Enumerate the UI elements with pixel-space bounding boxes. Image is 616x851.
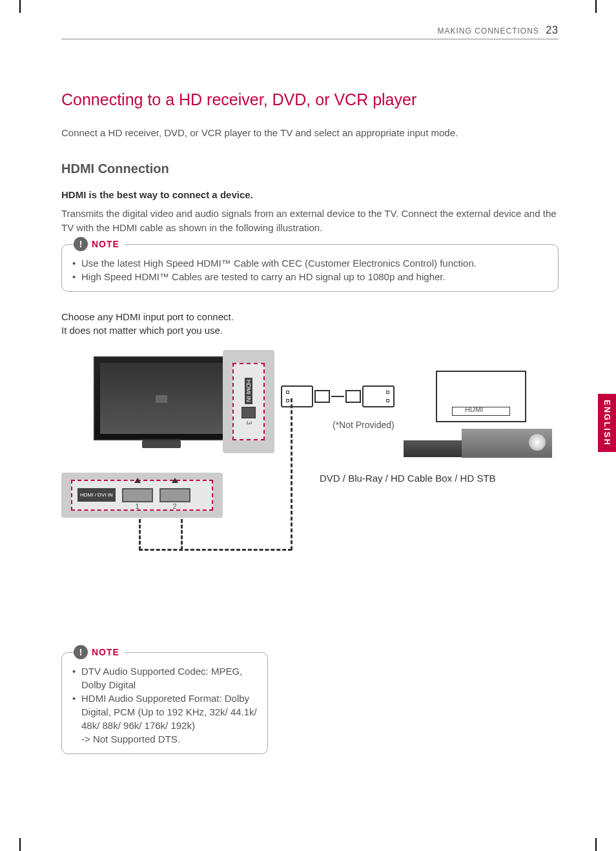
hdmi-port-icon: 1: [122, 488, 153, 502]
language-tab: ENGLISH: [598, 394, 616, 452]
emphasis-line: HDMI is the best way to connect a device…: [61, 189, 559, 200]
hdmi-port-icon: [241, 407, 256, 418]
header-rule: [61, 39, 559, 58]
dashed-line: [291, 398, 293, 550]
note-label: NOTE: [92, 647, 119, 657]
not-provided-label: (*Not Provided): [333, 420, 395, 430]
note-box-1: ! NOTE Use the latest High Speed HDMI™ C…: [61, 244, 559, 292]
note-label: NOTE: [92, 239, 119, 249]
note-icon: !: [74, 645, 88, 659]
page-content: MAKING CONNECTIONS 23 Connecting to a HD…: [61, 39, 559, 569]
device-caption: DVD / Blu-Ray / HD Cable Box / HD STB: [320, 473, 496, 484]
section-name: MAKING CONNECTIONS: [438, 26, 539, 36]
port-number-1: 1: [136, 502, 139, 510]
hdmi-port-icon: 2: [159, 488, 190, 502]
instruction-line: Choose any HDMI input port to connect.: [61, 311, 234, 322]
instruction-line: It does not matter which port you use.: [61, 325, 223, 336]
note-box-2: ! NOTE DTV Audio Supported Codec: MPEG, …: [61, 652, 268, 754]
hdmi-in-label: HDMI IN: [245, 378, 252, 404]
running-header: MAKING CONNECTIONS 23: [438, 25, 559, 36]
note-item: Use the latest High Speed HDMI™ Cable wi…: [72, 256, 548, 270]
subheading: HDMI Connection: [61, 161, 559, 176]
hdmi-dvi-label: HDMI / DVI IN: [77, 488, 116, 502]
instruction-text: Choose any HDMI input port to connect. I…: [61, 310, 559, 337]
bottom-port-zoom: HDMI / DVI IN 1 2: [61, 473, 223, 518]
hdmi-cable-illustration: [281, 385, 395, 407]
note-item: DTV Audio Supported Codec: MPEG, Dolby D…: [72, 664, 257, 692]
port-number-2: 2: [173, 502, 177, 510]
port-number-3: 3: [245, 421, 252, 425]
dvd-player-illustration: [462, 429, 552, 458]
dashed-line: [181, 519, 183, 550]
body-paragraph: Transmits the digital video and audio si…: [61, 207, 559, 235]
intro-text: Connect a HD receiver, DVD, or VCR playe…: [61, 127, 559, 138]
dashed-line: [139, 519, 141, 550]
tv-illustration: [94, 356, 229, 440]
dashed-line: [139, 549, 292, 551]
device-hdmi-label: HDMI: [465, 405, 483, 413]
note-item: HDMI Audio Supporeted Format: Dolby Digi…: [72, 692, 257, 746]
note-item-text: HDMI Audio Supporeted Format: Dolby Digi…: [81, 693, 257, 731]
note-item-subtext: -> Not Supported DTS.: [81, 732, 257, 746]
note-item: High Speed HDMI™ Cables are tested to ca…: [72, 270, 548, 283]
page-title: Connecting to a HD receiver, DVD, or VCR…: [61, 90, 559, 109]
connection-diagram: HDMI IN 3 HDMI / DVI IN 1 2: [61, 350, 559, 569]
device-rear-illustration: [436, 371, 526, 422]
side-port-zoom: HDMI IN 3: [223, 350, 274, 453]
page-number: 23: [546, 25, 559, 36]
note-icon: !: [74, 237, 88, 251]
